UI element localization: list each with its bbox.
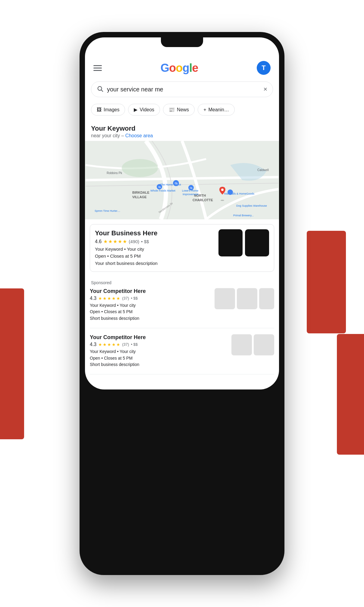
videos-tab-label: Videos <box>140 107 154 113</box>
google-header: Google T <box>85 56 279 79</box>
featured-business-info: Your Business Here 4.6 ★ ★ ★ ★ ★ (490) <box>95 229 214 267</box>
svg-text:Primal Brewery...: Primal Brewery... <box>233 214 254 217</box>
competitor-1-name: Your Competitor Here <box>90 288 211 294</box>
c1-closes: Closes at 5 PM <box>104 309 133 314</box>
c1-description: Short business description <box>90 316 139 321</box>
logo-letter-o1: o <box>169 62 176 75</box>
svg-line-1 <box>102 90 103 92</box>
filter-tabs-container: 🖼 Images ▶ Videos 📰 News + Meanin… <box>85 102 279 120</box>
map-section-title: Your Keyword <box>91 125 273 132</box>
featured-status: Open <box>95 253 106 259</box>
c2-keyword: Your Keyword <box>90 349 116 354</box>
red-decoration-right-bottom <box>337 334 364 455</box>
hamburger-menu-icon[interactable] <box>93 65 102 71</box>
competitor-2-name: Your Competitor Here <box>90 334 228 341</box>
featured-business-images <box>218 229 269 267</box>
c2-city: Your city <box>120 349 136 354</box>
competitor-1-img-3 <box>259 288 274 309</box>
tab-images[interactable]: 🖼 Images <box>91 104 125 116</box>
featured-city: Your city <box>127 246 144 252</box>
star-2: ★ <box>108 239 112 244</box>
svg-text:🛍: 🛍 <box>158 186 161 189</box>
map-svg: BIRKDALE VILLAGE NORTH CHARLOTTE Robbins… <box>85 141 279 219</box>
competitor-2-img-2 <box>254 334 274 355</box>
search-icon <box>97 85 103 93</box>
news-tab-icon: 📰 <box>169 107 175 113</box>
google-logo: Google <box>161 62 198 75</box>
c2-closes: Closes at 5 PM <box>104 356 133 361</box>
clear-search-icon[interactable]: × <box>263 85 267 93</box>
c2-description: Short business description <box>90 362 139 367</box>
hamburger-line <box>93 68 102 68</box>
competitor-1-meta: Your Keyword • Your city Open • Closes a… <box>90 302 211 322</box>
tab-videos[interactable]: ▶ Videos <box>128 104 160 116</box>
more-tab-icon: + <box>203 107 206 113</box>
phone-screen: Google T your service near me × <box>85 37 279 389</box>
competitor-2-count: (37) <box>122 342 129 347</box>
c1-star-3: ★ <box>107 296 111 301</box>
tab-more[interactable]: + Meanin… <box>198 104 235 116</box>
star-half: ★ <box>123 239 127 244</box>
c2-star-4: ★ <box>112 342 116 347</box>
svg-text:🛍: 🛍 <box>175 182 178 185</box>
c2-star-3: ★ <box>107 342 111 347</box>
featured-price: • $$ <box>141 239 149 244</box>
hamburger-line <box>93 65 102 66</box>
logo-letter-g: g <box>183 62 189 75</box>
logo-letter-G: G <box>161 62 169 75</box>
c1-status: Open <box>90 309 100 314</box>
featured-business-card[interactable]: Your Business Here 4.6 ★ ★ ★ ★ ★ (490) <box>90 224 274 272</box>
featured-review-count: (490) <box>129 239 139 244</box>
c1-keyword: Your Keyword <box>90 303 116 308</box>
map-container[interactable]: BIRKDALE VILLAGE NORTH CHARLOTTE Robbins… <box>85 141 279 219</box>
competitor-1-count: (37) <box>122 296 129 300</box>
choose-area-link[interactable]: Choose area <box>125 133 153 138</box>
c2-status: Open <box>90 356 100 361</box>
svg-point-29 <box>221 189 224 191</box>
logo-letter-l: l <box>189 62 192 75</box>
star-4: ★ <box>118 239 122 244</box>
competitor-2-meta: Your Keyword • Your city Open • Closes a… <box>90 348 228 368</box>
tab-news[interactable]: 📰 News <box>163 104 195 116</box>
competitor-1-rating: 4.3 <box>90 296 96 301</box>
competitor-1-price: • $$ <box>131 296 138 300</box>
competitor-2-stars: ★ ★ ★ ★ ★ <box>98 342 120 347</box>
logo-letter-o2: o <box>176 62 182 75</box>
more-tab-label: Meanin… <box>208 107 229 113</box>
featured-rating-number: 4.6 <box>95 239 102 244</box>
map-header: Your Keyword near your city – Choose are… <box>85 120 279 141</box>
svg-point-5 <box>122 159 158 177</box>
competitor-2-rating-row: 4.3 ★ ★ ★ ★ ★ (37) • $$ <box>90 342 228 347</box>
page-wrapper: Google T your service near me × <box>0 0 364 607</box>
images-tab-icon: 🖼 <box>97 107 102 113</box>
c2-star-half: ★ <box>116 342 120 347</box>
star-3: ★ <box>113 239 117 244</box>
featured-image-1 <box>218 229 243 256</box>
svg-point-27 <box>228 189 233 195</box>
c1-star-4: ★ <box>112 296 116 301</box>
competitor-2-price: • $$ <box>131 342 138 347</box>
competitor-card-1[interactable]: Your Competitor Here 4.3 ★ ★ ★ ★ ★ <box>90 288 274 328</box>
hamburger-line <box>93 70 102 71</box>
svg-text:VILLAGE: VILLAGE <box>132 195 147 199</box>
svg-text:Whole Foods Market: Whole Foods Market <box>150 189 176 192</box>
c1-star-half: ★ <box>116 296 120 301</box>
svg-text:CHARLOTTE: CHARLOTTE <box>193 198 213 202</box>
svg-text:Spmm Time Hurter....: Spmm Time Hurter.... <box>95 209 120 212</box>
svg-text:Improvement: Improvement <box>183 193 199 196</box>
search-bar[interactable]: your service near me × <box>91 81 273 97</box>
red-decoration-left <box>0 288 24 439</box>
c2-star-1: ★ <box>98 342 102 347</box>
phone-frame: Google T your service near me × <box>80 32 284 575</box>
svg-text:🛍: 🛍 <box>190 186 193 189</box>
svg-text:Dog Supplies Warehouse: Dog Supplies Warehouse <box>236 204 267 207</box>
featured-keyword: Your Keyword <box>95 246 123 252</box>
phone-notch <box>161 37 203 47</box>
logo-letter-e: e <box>192 62 198 75</box>
c1-city: Your city <box>120 303 136 308</box>
user-avatar[interactable]: T <box>257 61 271 75</box>
red-decoration-right-top <box>307 231 346 333</box>
competitor-card-2[interactable]: Your Competitor Here 4.3 ★ ★ ★ ★ ★ <box>90 334 274 374</box>
star-1: ★ <box>103 239 108 244</box>
map-subtitle-plain: near your city – <box>91 133 125 138</box>
